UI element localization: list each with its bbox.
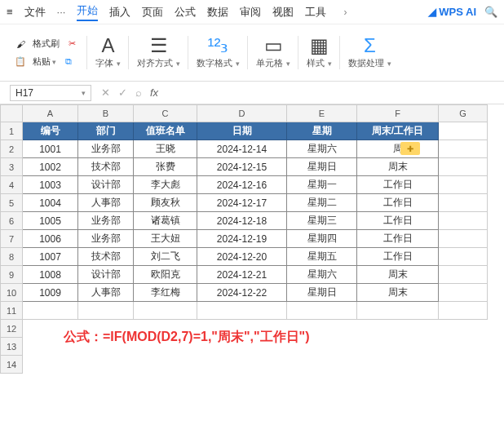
cell[interactable]: 公式：=IF(MOD(D2,7)=1,"周末","工作日")	[23, 320, 488, 356]
col-header[interactable]: D	[197, 104, 287, 122]
cell[interactable]: 顾友秋	[134, 194, 197, 212]
tab-start[interactable]: 开始	[77, 3, 98, 21]
cell[interactable]: 1005	[23, 212, 78, 230]
cell[interactable]	[439, 212, 488, 230]
chevron-right-icon[interactable]: ›	[338, 7, 352, 18]
row-header[interactable]: 10	[0, 284, 23, 302]
cell[interactable]	[197, 302, 287, 320]
cell[interactable]: 王晓	[134, 140, 197, 158]
row-header[interactable]: 11	[0, 302, 23, 320]
cell[interactable]: 技术部	[78, 248, 134, 266]
col-header[interactable]: B	[78, 104, 134, 122]
cell[interactable]: 2024-12-20	[197, 248, 287, 266]
cell[interactable]	[439, 176, 488, 194]
menu-more-icon[interactable]: ···	[57, 6, 66, 18]
cancel-icon[interactable]: ✕	[101, 86, 110, 99]
cell[interactable]: 星期四	[287, 230, 357, 248]
name-box[interactable]: H17 ▾	[10, 85, 91, 101]
cell[interactable]	[439, 284, 488, 302]
header-cell[interactable]: 星期	[287, 122, 357, 140]
cell[interactable]: 工作日	[357, 176, 439, 194]
cell[interactable]: 星期三	[287, 212, 357, 230]
row-header[interactable]: 13	[0, 338, 23, 356]
cell[interactable]: 周末	[357, 266, 439, 284]
cell[interactable]	[439, 230, 488, 248]
row-header[interactable]: 7	[0, 230, 23, 248]
cell[interactable]	[134, 302, 197, 320]
tab-insert[interactable]: 插入	[109, 5, 130, 20]
row-header[interactable]: 3	[0, 158, 23, 176]
cell[interactable]: 周末	[357, 158, 439, 176]
cell[interactable]: 业务部	[78, 212, 134, 230]
cell[interactable]: 星期日	[287, 158, 357, 176]
style-group[interactable]: ▦ 样式	[298, 28, 340, 78]
cell[interactable]: 诸葛镇	[134, 212, 197, 230]
paste-icon[interactable]: 📋	[13, 55, 28, 69]
cell[interactable]: 1006	[23, 230, 78, 248]
cell[interactable]: 周	[357, 140, 439, 158]
col-header[interactable]: F	[357, 104, 439, 122]
menu-hamburger-icon[interactable]: ≡	[7, 6, 13, 18]
cell[interactable]: 2024-12-19	[197, 230, 287, 248]
cell[interactable]: 设计部	[78, 176, 134, 194]
cell[interactable]: 2024-12-15	[197, 158, 287, 176]
header-cell[interactable]: 部门	[78, 122, 134, 140]
cell[interactable]: 1003	[23, 176, 78, 194]
cell[interactable]: 1007	[23, 248, 78, 266]
col-header[interactable]: E	[287, 104, 357, 122]
cell[interactable]: 星期一	[287, 176, 357, 194]
cell-group[interactable]: ▭ 单元格	[248, 28, 298, 78]
row-header[interactable]: 6	[0, 212, 23, 230]
tab-view[interactable]: 视图	[272, 5, 294, 20]
cell[interactable]: 2024-12-17	[197, 194, 287, 212]
cell[interactable]: 2024-12-21	[197, 266, 287, 284]
cell[interactable]: 欧阳克	[134, 266, 197, 284]
col-header[interactable]: C	[134, 104, 197, 122]
header-cell[interactable]: 值班名单	[134, 122, 197, 140]
row-header[interactable]: 5	[0, 194, 23, 212]
cell[interactable]	[439, 158, 488, 176]
tab-formula[interactable]: 公式	[175, 5, 196, 20]
search-icon[interactable]: 🔍	[484, 6, 497, 18]
cell[interactable]: 业务部	[78, 140, 134, 158]
cell[interactable]: 2024-12-14	[197, 140, 287, 158]
tab-tools[interactable]: 工具	[305, 5, 326, 20]
cell[interactable]: 2024-12-22	[197, 284, 287, 302]
header-cell[interactable]: 编号	[23, 122, 78, 140]
cell[interactable]	[439, 194, 488, 212]
copy-icon[interactable]: ⧉	[61, 55, 76, 69]
cell[interactable]: 王大妞	[134, 230, 197, 248]
row-header[interactable]: 12	[0, 320, 23, 338]
cell[interactable]	[439, 302, 488, 320]
cell[interactable]: 1004	[23, 194, 78, 212]
cell[interactable]: 工作日	[357, 194, 439, 212]
cell[interactable]: 张费	[134, 158, 197, 176]
cell[interactable]: 工作日	[357, 212, 439, 230]
cell[interactable]: 工作日	[357, 248, 439, 266]
row-header[interactable]: 14	[0, 356, 23, 374]
cell[interactable]: 人事部	[78, 194, 134, 212]
select-all-corner[interactable]	[0, 104, 23, 122]
cell[interactable]: 星期六	[287, 266, 357, 284]
cell[interactable]: 2024-12-18	[197, 212, 287, 230]
cell[interactable]: 技术部	[78, 158, 134, 176]
cell[interactable]	[23, 302, 78, 320]
row-header[interactable]: 4	[0, 176, 23, 194]
spreadsheet-grid[interactable]: 1 2 3 4 5 6 7 8 9 10 11 12 13 14 A B C D…	[0, 104, 504, 434]
cell[interactable]: 星期六	[287, 140, 357, 158]
cell[interactable]: 李大彪	[134, 176, 197, 194]
cell[interactable]: 刘二飞	[134, 248, 197, 266]
cell[interactable]: 星期日	[287, 284, 357, 302]
align-group[interactable]: ☰ 对齐方式	[129, 28, 188, 78]
paste-label[interactable]: 粘贴	[33, 55, 56, 68]
number-group[interactable]: ¹²₃ 数字格式	[188, 28, 248, 78]
cell[interactable]: 李红梅	[134, 284, 197, 302]
wps-ai-button[interactable]: ◢ WPS AI	[428, 6, 476, 18]
cell[interactable]	[287, 302, 357, 320]
cell[interactable]: 1009	[23, 284, 78, 302]
tab-review[interactable]: 审阅	[240, 5, 261, 20]
cell[interactable]: 2024-12-16	[197, 176, 287, 194]
col-header[interactable]: A	[23, 104, 78, 122]
tab-page[interactable]: 页面	[142, 5, 163, 20]
row-header[interactable]: 9	[0, 266, 23, 284]
